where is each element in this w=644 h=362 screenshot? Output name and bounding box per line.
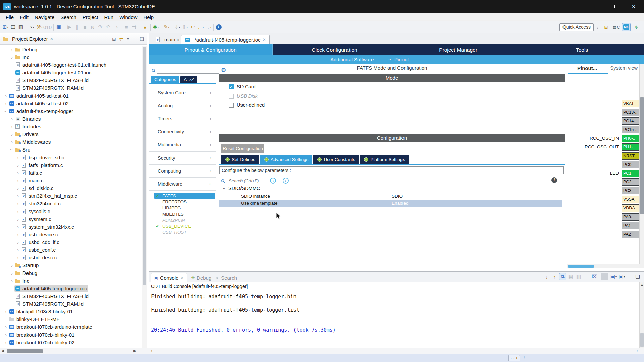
- c-cpp-perspective-icon[interactable]: ▦C: [612, 23, 621, 31]
- scroll-up-icon[interactable]: ▲: [640, 283, 644, 286]
- breakpoints-button[interactable]: ≡: [123, 23, 130, 32]
- category-item[interactable]: Security: [149, 152, 216, 165]
- pinout-menu[interactable]: Pinout: [388, 57, 409, 62]
- pin-box[interactable]: PA2: [622, 231, 639, 238]
- tree-item[interactable]: syscalls.c: [0, 207, 142, 215]
- tree-item[interactable]: Inc: [0, 53, 142, 61]
- tab-a-to-z[interactable]: A->Z: [180, 76, 197, 83]
- category-item[interactable]: System Core: [149, 86, 216, 99]
- minimize-view-icon[interactable]: ─: [133, 36, 137, 42]
- expander-icon[interactable]: [9, 132, 14, 137]
- checkbox-user-defined[interactable]: User-defined: [229, 102, 265, 108]
- pinout-vertical-scrollbar[interactable]: [639, 64, 644, 268]
- expander-icon[interactable]: [15, 170, 20, 176]
- scrollbar-thumb[interactable]: [143, 47, 146, 285]
- menu-item[interactable]: Navigate: [32, 14, 57, 20]
- pin-box[interactable]: VSSA: [622, 196, 639, 203]
- middleware-item[interactable]: FREERTOS: [149, 199, 216, 205]
- close-tab-icon[interactable]: ✕: [263, 37, 266, 42]
- expander-icon[interactable]: [3, 340, 8, 345]
- expander-icon[interactable]: [15, 247, 20, 253]
- swv-button[interactable]: ●: [141, 23, 149, 32]
- tree-item[interactable]: adafruit-f405-sd-test-02: [0, 100, 142, 107]
- middleware-item[interactable]: ✓ FATFS: [154, 193, 215, 199]
- expander-icon[interactable]: [15, 186, 20, 191]
- scroll-left-icon[interactable]: ‹: [151, 349, 152, 353]
- last-edit-button[interactable]: ↩: [189, 23, 197, 32]
- tab-main-c[interactable]: main.c: [152, 35, 182, 44]
- tree-item[interactable]: sd_diskio.c: [0, 184, 142, 192]
- pin[interactable]: PC13-..: [620, 109, 640, 116]
- expander-icon[interactable]: [15, 163, 20, 168]
- tree-item[interactable]: Src: [0, 146, 142, 154]
- expander-icon[interactable]: [3, 324, 8, 330]
- menu-item[interactable]: Run: [101, 14, 116, 20]
- configuration-tab[interactable]: ✓ Platform Settings: [360, 155, 409, 164]
- expander-icon[interactable]: [3, 332, 8, 338]
- pin-box[interactable]: PA1: [622, 222, 639, 229]
- menu-item[interactable]: Help: [140, 14, 157, 20]
- pin[interactable]: VSSA: [620, 196, 640, 203]
- tree-item[interactable]: Startup: [0, 261, 142, 269]
- next-match-button[interactable]: ›: [283, 178, 289, 184]
- external-tools-button[interactable]: ✱▾: [152, 23, 160, 32]
- tree-item[interactable]: fatfs_platform.c: [0, 161, 142, 169]
- toolbar-icon[interactable]: [140, 24, 140, 31]
- show-console-stdout-icon[interactable]: ↓: [543, 273, 550, 280]
- pin[interactable]: VDDA: [620, 204, 640, 212]
- pin[interactable]: VBAT: [620, 100, 640, 108]
- tab-system-view[interactable]: System view: [610, 65, 638, 71]
- middleware-item[interactable]: ✓ USB_DEVICE: [149, 223, 216, 229]
- info-button[interactable]: i: [215, 23, 223, 32]
- menu-item[interactable]: File: [3, 14, 17, 20]
- pin[interactable]: RCC_OSC_OUT PH1-..: [620, 143, 640, 151]
- tree-item[interactable]: breakout-f070cb-blinky-01: [0, 331, 142, 339]
- tree-item[interactable]: stm32f4xx_hal_msp.c: [0, 192, 142, 200]
- category-item[interactable]: Middleware: [149, 178, 216, 191]
- tree-item[interactable]: Debug: [0, 46, 142, 53]
- tab-debug[interactable]: Debug: [188, 273, 215, 282]
- middleware-item[interactable]: PDM2PCM: [149, 217, 216, 223]
- expander-icon[interactable]: [3, 309, 8, 314]
- marker-button[interactable]: ✎▾: [163, 23, 170, 32]
- stop-button[interactable]: ■: [81, 23, 89, 32]
- debug-perspective-icon[interactable]: ❉: [632, 23, 641, 31]
- tab-pinout[interactable]: Pinout...: [577, 65, 597, 71]
- pinout-horizontal-scrollbar[interactable]: [567, 264, 640, 268]
- pin[interactable]: PC0: [620, 161, 640, 169]
- run-button[interactable]: ▶: [66, 23, 73, 32]
- toolbar-icon[interactable]: [150, 24, 151, 31]
- reset-configuration-button[interactable]: Reset Configuration: [221, 144, 264, 153]
- tree-item[interactable]: usb_device.c: [0, 231, 142, 238]
- pin-box[interactable]: VDDA: [622, 204, 639, 212]
- open-perspective-icon[interactable]: ⊞: [602, 23, 610, 31]
- scroll-right-icon[interactable]: ▶: [133, 349, 136, 353]
- toolbar-icon[interactable]: [26, 24, 26, 31]
- pin[interactable]: PA2: [620, 231, 640, 238]
- quick-access-button[interactable]: Quick Access: [559, 23, 594, 31]
- tree-item[interactable]: main.c: [0, 177, 142, 184]
- scrollbar-thumb[interactable]: [640, 333, 644, 347]
- menu-item[interactable]: Window: [116, 14, 140, 20]
- expander-icon[interactable]: [9, 47, 14, 52]
- pin[interactable]: PC15-..: [620, 126, 640, 134]
- configuration-tab[interactable]: ✓ User Constants: [313, 155, 359, 164]
- tab-categories[interactable]: Categories: [151, 76, 179, 83]
- pin-box[interactable]: PC15-..: [622, 126, 639, 133]
- tree-item[interactable]: system_stm32f4xx.c: [0, 223, 142, 231]
- checkbox-sd-card[interactable]: SD Card: [229, 84, 256, 89]
- pin-box[interactable]: PC1: [622, 170, 639, 177]
- expander-icon[interactable]: [3, 93, 8, 99]
- pin-box[interactable]: PH0-..: [622, 135, 639, 142]
- pin[interactable]: LED PC1: [620, 170, 640, 177]
- expander-icon[interactable]: [15, 209, 20, 214]
- additional-software-menu[interactable]: Additional Software: [330, 57, 374, 62]
- expander-icon[interactable]: [3, 101, 8, 106]
- debug-config-button[interactable]: ▣: [55, 23, 63, 32]
- open-console-icon[interactable]: ▣▾: [618, 273, 625, 280]
- previous-match-button[interactable]: ‹: [270, 178, 276, 184]
- category-item[interactable]: Connectivity: [149, 125, 216, 138]
- category-item[interactable]: Timers: [149, 112, 216, 125]
- expander-icon[interactable]: [9, 278, 14, 284]
- toolbar-icon[interactable]: [121, 24, 121, 31]
